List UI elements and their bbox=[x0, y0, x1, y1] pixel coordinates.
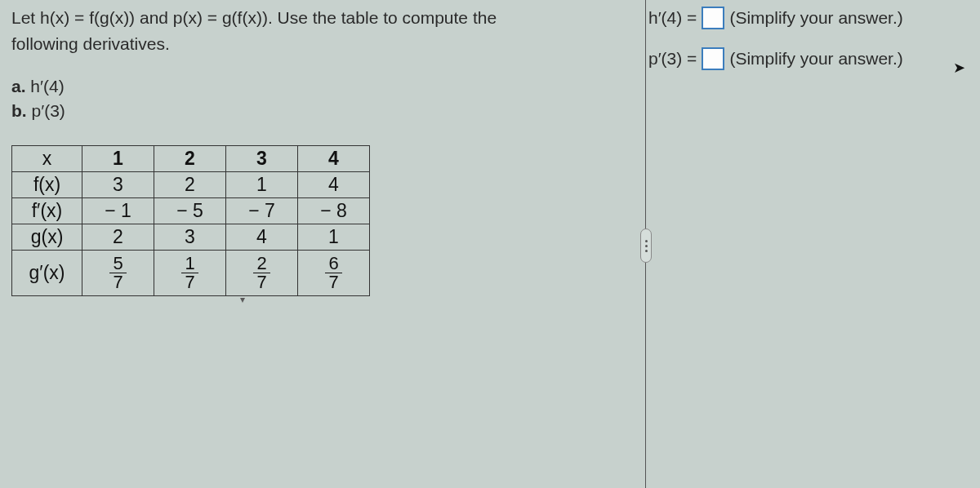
answer-row-b: p′(3) = (Simplify your answer.) bbox=[648, 47, 969, 70]
fp-1: − 1 bbox=[82, 197, 154, 224]
table-row-g: g(x) 2 3 4 1 bbox=[12, 224, 370, 250]
dot-icon bbox=[645, 240, 648, 242]
part-a-label: a. bbox=[11, 77, 26, 95]
answer-a-hint: (Simplify your answer.) bbox=[729, 8, 902, 28]
problem-pane: Let h(x) = f(g(x)) and p(x) = g(f(x)). U… bbox=[0, 0, 637, 488]
cursor-icon: ➤ bbox=[953, 59, 965, 77]
function-table: x 1 2 3 4 f(x) 3 2 1 4 f′(x) − 1 − 5 − 7… bbox=[11, 145, 370, 296]
table-col-1: 1 bbox=[82, 145, 154, 171]
fp-2: − 5 bbox=[154, 197, 226, 224]
dot-icon bbox=[645, 250, 648, 252]
gp-1: 57 bbox=[82, 250, 154, 295]
part-a: a. h′(4) bbox=[11, 74, 626, 99]
table-col-2: 2 bbox=[154, 145, 226, 171]
f-2: 2 bbox=[154, 171, 226, 197]
row-label-gp: g′(x) bbox=[12, 250, 82, 295]
table-col-3: 3 bbox=[226, 145, 298, 171]
fp-3: − 7 bbox=[226, 197, 298, 224]
answer-row-a: h′(4) = (Simplify your answer.) bbox=[648, 7, 969, 29]
expand-handle[interactable] bbox=[640, 228, 652, 263]
f-3: 1 bbox=[226, 171, 298, 197]
table-header-row: x 1 2 3 4 bbox=[12, 145, 370, 171]
g-1: 2 bbox=[82, 224, 154, 250]
dropdown-caret-icon[interactable]: ▾ bbox=[240, 294, 245, 305]
gp-3: 27 bbox=[226, 250, 298, 295]
fp-4: − 8 bbox=[298, 197, 370, 224]
table-header-x: x bbox=[12, 145, 82, 171]
answer-b-label: p′(3) = bbox=[648, 49, 697, 69]
g-4: 1 bbox=[298, 224, 370, 250]
part-b: b. p′(3) bbox=[11, 99, 626, 123]
row-label-fp: f′(x) bbox=[12, 197, 82, 224]
answer-b-hint: (Simplify your answer.) bbox=[729, 49, 902, 69]
g-3: 4 bbox=[226, 224, 298, 250]
f-4: 4 bbox=[298, 171, 370, 197]
table-col-4: 4 bbox=[298, 145, 370, 171]
row-label-g: g(x) bbox=[12, 224, 82, 250]
prompt-line-2: following derivatives. bbox=[11, 33, 626, 55]
g-2: 3 bbox=[154, 224, 226, 250]
answer-a-input[interactable] bbox=[702, 7, 724, 29]
table-row-gprime: g′(x) 57 17 27 67 bbox=[12, 250, 370, 295]
row-label-f: f(x) bbox=[12, 171, 82, 197]
table-row-f: f(x) 3 2 1 4 bbox=[12, 171, 370, 197]
part-b-label: b. bbox=[11, 101, 27, 120]
gp-2: 17 bbox=[154, 250, 226, 295]
table-row-fprime: f′(x) − 1 − 5 − 7 − 8 bbox=[12, 197, 370, 224]
answer-b-input[interactable] bbox=[702, 47, 724, 70]
gp-4: 67 bbox=[298, 250, 370, 295]
part-b-expr: p′(3) bbox=[32, 101, 65, 120]
answer-a-label: h′(4) = bbox=[648, 8, 697, 28]
part-a-expr: h′(4) bbox=[30, 77, 64, 95]
answer-pane: h′(4) = (Simplify your answer.) p′(3) = … bbox=[637, 0, 980, 488]
dot-icon bbox=[645, 245, 648, 247]
parts-list: a. h′(4) b. p′(3) bbox=[11, 74, 626, 124]
f-1: 3 bbox=[82, 171, 154, 197]
prompt-line-1: Let h(x) = f(g(x)) and p(x) = g(f(x)). U… bbox=[11, 7, 626, 29]
